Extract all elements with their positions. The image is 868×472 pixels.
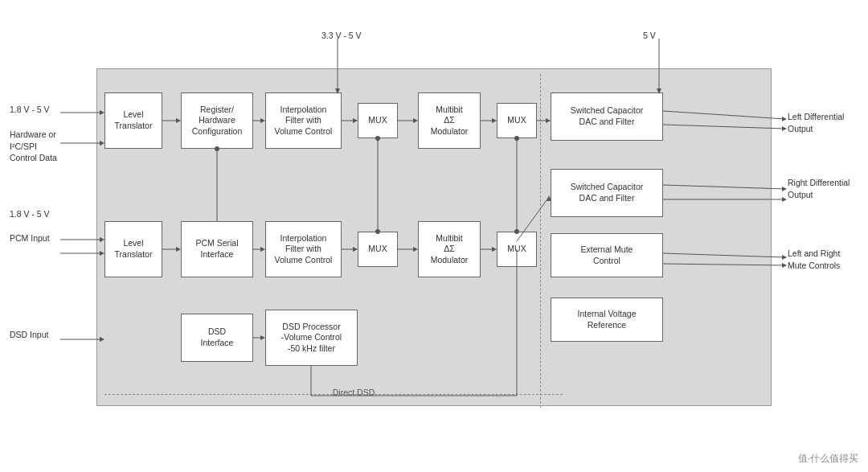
sw-cap-bot: Switched CapacitorDAC and Filter (551, 169, 663, 217)
multibit-bot: MultibitΔΣModulator (418, 221, 481, 277)
input-v1: 1.8 V - 5 V (10, 105, 50, 114)
multibit-top: MultibitΔΣModulator (418, 92, 481, 149)
watermark: 值·什么值得买 (798, 452, 858, 466)
input-v2: 1.8 V - 5 V (10, 209, 50, 219)
voltage-top-right: 5 V (643, 31, 656, 40)
svg-marker-33 (782, 197, 787, 202)
svg-marker-27 (782, 117, 787, 121)
interp-filter-bot: InterpolationFilter withVolume Control (265, 221, 342, 277)
diagram-container: 3.3 V - 5 V 5 V 1.8 V - 5 V Hardware orI… (8, 24, 860, 442)
level-translator-top: Level Translator (104, 92, 162, 149)
svg-marker-29 (782, 126, 787, 131)
svg-marker-31 (782, 187, 787, 191)
dsd-interface: DSDInterface (181, 314, 253, 362)
voltage-top-left: 3.3 V - 5 V (321, 31, 362, 40)
svg-marker-37 (782, 263, 787, 268)
int-voltage: Internal VoltageReference (551, 298, 663, 342)
mux4: MUX (497, 232, 537, 267)
output-left-diff: Left DifferentialOutput (788, 111, 844, 134)
output-right-diff: Right DifferentialOutput (788, 177, 850, 200)
direct-dsd-line (104, 394, 563, 395)
input-dsd: DSD Input (10, 330, 48, 339)
sw-cap-top: Switched CapacitorDAC and Filter (551, 92, 663, 141)
dashed-vert-sep (540, 74, 541, 408)
level-translator-bot: Level Translator (104, 221, 162, 277)
mux3: MUX (358, 232, 398, 267)
svg-marker-35 (782, 255, 787, 260)
dsd-processor: DSD Processor-Volume Control-50 kHz filt… (265, 310, 358, 366)
register-hw-config: Register/ Hardware Configuration (181, 92, 253, 149)
input-pcm: PCM Input (10, 233, 50, 243)
input-control: Hardware orI²C/SPIControl Data (10, 129, 57, 164)
direct-dsd-label: Direct DSD (193, 388, 514, 397)
output-mute: Left and RightMute Controls (788, 248, 840, 271)
interp-filter-top: InterpolationFilter withVolume Control (265, 92, 342, 149)
mux2: MUX (497, 103, 537, 138)
pcm-serial: PCM SerialInterface (181, 221, 253, 277)
ext-mute: External MuteControl (551, 233, 663, 277)
mux1: MUX (358, 103, 398, 138)
